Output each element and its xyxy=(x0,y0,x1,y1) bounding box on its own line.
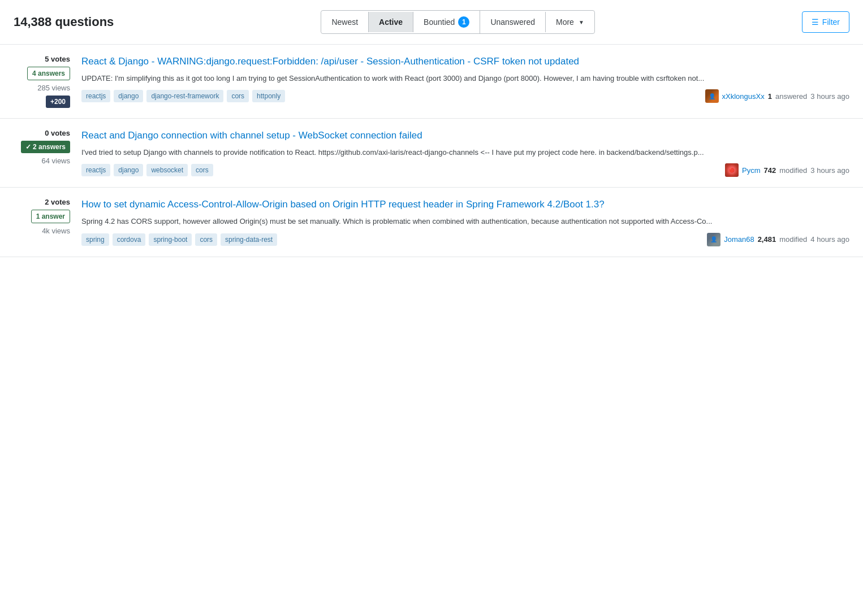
action-text: answered xyxy=(775,92,807,101)
tab-newest[interactable]: Newest xyxy=(321,12,369,32)
question-title[interactable]: React & Django - WARNING:django.request:… xyxy=(81,55,849,68)
tag[interactable]: websocket xyxy=(146,164,188,176)
tag[interactable]: cors xyxy=(227,90,249,102)
avatar: 👤 xyxy=(707,233,720,246)
user-rep: 742 xyxy=(763,166,776,175)
question-body: React and Django connection with channel… xyxy=(81,129,849,177)
more-dropdown-icon: ▼ xyxy=(579,19,584,25)
question-stats: 5 votes 4 answers 285 views +200 xyxy=(14,55,70,108)
action-text: modified xyxy=(779,235,807,244)
tag[interactable]: cordova xyxy=(113,233,146,246)
filter-icon: ☰ xyxy=(812,18,819,27)
question-list: 5 votes 4 answers 285 views +200 React &… xyxy=(0,45,863,257)
tab-bountied[interactable]: Bountied 1 xyxy=(413,11,480,33)
time-text: 3 hours ago xyxy=(810,166,849,175)
question-title[interactable]: How to set dynamic Access-Control-Allow-… xyxy=(81,198,849,211)
question-item: 2 votes 1 answer 4k views How to set dyn… xyxy=(0,188,863,257)
question-title[interactable]: React and Django connection with channel… xyxy=(81,129,849,142)
question-count: 14,388 questions xyxy=(14,15,114,29)
tag[interactable]: spring-data-rest xyxy=(221,233,277,246)
votes-count: 0 votes xyxy=(45,129,70,137)
tag[interactable]: cors xyxy=(195,233,217,246)
question-item: 0 votes ✓ 2 answers 64 views React and D… xyxy=(0,119,863,188)
bounty-badge: +200 xyxy=(46,96,70,108)
question-item: 5 votes 4 answers 285 views +200 React &… xyxy=(0,45,863,119)
votes-count: 2 votes xyxy=(45,198,70,206)
answers-badge: 1 answer xyxy=(31,210,70,223)
user-meta: 🔴 Pycm 742 modified 3 hours ago xyxy=(725,163,849,177)
question-body: How to set dynamic Access-Control-Allow-… xyxy=(81,198,849,246)
question-excerpt: Spring 4.2 has CORS support, however all… xyxy=(81,216,849,227)
user-link[interactable]: Joman68 xyxy=(724,235,754,244)
time-text: 3 hours ago xyxy=(810,92,849,101)
tag[interactable]: cors xyxy=(191,164,213,176)
question-body: React & Django - WARNING:django.request:… xyxy=(81,55,849,108)
user-link[interactable]: xXklongusXx xyxy=(722,92,765,101)
tag[interactable]: spring-boot xyxy=(149,233,192,246)
tag[interactable]: httponly xyxy=(252,90,285,102)
answers-badge: 4 answers xyxy=(27,67,70,80)
tags: reactjs django websocket cors xyxy=(81,164,213,176)
user-rep: 2,481 xyxy=(758,235,776,244)
tab-more[interactable]: More ▼ xyxy=(546,12,594,32)
tag[interactable]: django xyxy=(114,164,143,176)
action-text: modified xyxy=(779,166,807,175)
user-rep: 1 xyxy=(768,92,772,101)
tab-unanswered[interactable]: Unanswered xyxy=(480,12,546,32)
votes-count: 5 votes xyxy=(45,55,70,63)
tag[interactable]: reactjs xyxy=(81,90,110,102)
tag[interactable]: django-rest-framework xyxy=(146,90,223,102)
tag[interactable]: spring xyxy=(81,233,109,246)
tag[interactable]: django xyxy=(114,90,143,102)
top-bar: 14,388 questions Newest Active Bountied … xyxy=(0,0,863,45)
user-meta: 👤 Joman68 2,481 modified 4 hours ago xyxy=(707,233,849,246)
tags-and-meta: reactjs django django-rest-framework cor… xyxy=(81,89,849,103)
answers-badge: ✓ 2 answers xyxy=(21,141,70,153)
tag[interactable]: reactjs xyxy=(81,164,110,176)
tab-bar: Newest Active Bountied 1 Unanswered More… xyxy=(321,10,594,34)
tags-and-meta: reactjs django websocket cors 🔴 Pycm 742… xyxy=(81,163,849,177)
avatar: 🔴 xyxy=(725,163,739,177)
question-stats: 0 votes ✓ 2 answers 64 views xyxy=(14,129,70,177)
views-count: 64 views xyxy=(41,157,70,165)
user-link[interactable]: Pycm xyxy=(742,166,761,175)
views-count: 285 views xyxy=(37,84,70,92)
filter-button[interactable]: ☰ Filter xyxy=(802,11,849,33)
bountied-badge: 1 xyxy=(458,16,469,28)
question-excerpt: I'ved tried to setup Django with channel… xyxy=(81,147,849,158)
tags-and-meta: spring cordova spring-boot cors spring-d… xyxy=(81,233,849,246)
avatar: 👤 xyxy=(705,89,719,103)
user-meta: 👤 xXklongusXx 1 answered 3 hours ago xyxy=(705,89,849,103)
views-count: 4k views xyxy=(42,227,70,235)
question-stats: 2 votes 1 answer 4k views xyxy=(14,198,70,246)
tab-active[interactable]: Active xyxy=(369,12,413,32)
tags: reactjs django django-rest-framework cor… xyxy=(81,90,285,102)
tags: spring cordova spring-boot cors spring-d… xyxy=(81,233,277,246)
question-excerpt: UPDATE: I'm simplifying this as it got t… xyxy=(81,73,849,84)
time-text: 4 hours ago xyxy=(810,235,849,244)
